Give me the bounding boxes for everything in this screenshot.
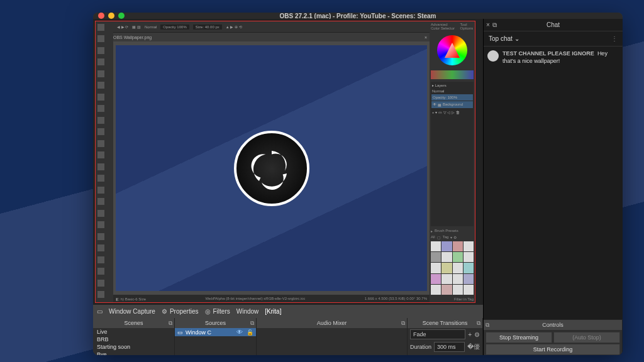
- window-select-value[interactable]: [Krita]: [265, 308, 281, 315]
- source-toolbar: ▭ Window Capture ⚙Properties ◎Filters Wi…: [93, 304, 483, 318]
- visibility-toggle-icon[interactable]: 👁: [236, 329, 243, 336]
- add-transition-button[interactable]: +: [468, 331, 472, 338]
- transition-select[interactable]: Fade: [410, 329, 465, 339]
- krita-toolbar: ◀ ▶ ⟳▦ ▨NormalOpacity 100%Size: 40.00 px…: [113, 21, 430, 33]
- popout-icon[interactable]: ⧉: [492, 21, 497, 29]
- close-dock-button[interactable]: ×: [486, 21, 490, 29]
- krita-layers: ▸ Layers Normal Opacity: 100% 👁▦Backgrou…: [431, 82, 474, 226]
- popout-icon[interactable]: ⧉: [169, 320, 172, 327]
- chat-title: Chat: [547, 21, 560, 28]
- scenes-panel: Scenes⧉ Live BRB Starting soon Bye + − �…: [93, 318, 175, 355]
- properties-button[interactable]: ⚙Properties: [162, 308, 199, 315]
- duration-input[interactable]: 300 ms: [434, 342, 465, 352]
- sources-panel: Sources⧉ ▭ Window C 👁 🔓 + − ⚙ ∧: [175, 318, 257, 355]
- preview-source[interactable]: ◀ ▶ ⟳▦ ▨NormalOpacity 100%Size: 40.00 px…: [95, 21, 475, 303]
- mixer-title: Audio Mixer: [317, 320, 347, 326]
- chat-message: TEST CHANNEL PLEASE IGNORE Hey that's a …: [487, 50, 619, 65]
- krita-document-tab: OBS Wallpaper.png×: [113, 33, 430, 41]
- stop-streaming-button[interactable]: Stop Streaming: [486, 332, 552, 343]
- popout-icon[interactable]: ⧉: [401, 320, 405, 327]
- lock-toggle-icon[interactable]: 🔓: [247, 329, 253, 336]
- chevron-down-icon: ⌄: [514, 35, 519, 42]
- filters-icon: ◎: [205, 308, 211, 315]
- filters-button[interactable]: ◎Filters: [205, 308, 230, 315]
- transition-properties-button[interactable]: ⚙: [474, 331, 480, 338]
- duration-stepper[interactable]: �優: [467, 343, 480, 351]
- color-wheel-icon: [437, 35, 467, 65]
- transitions-panel: Scene Transitions⧉ Fade + ⚙ Duration 300…: [408, 318, 483, 355]
- krita-brush-presets: [430, 240, 475, 296]
- scene-item[interactable]: Starting soon: [93, 343, 174, 351]
- chat-messages[interactable]: TEST CHANNEL PLEASE IGNORE Hey that's a …: [484, 47, 623, 319]
- titlebar: OBS 27.2.1 (mac) - Profile: YouTube - Sc…: [93, 13, 623, 19]
- window-title: OBS 27.2.1 (mac) - Profile: YouTube - Sc…: [93, 13, 623, 19]
- scenes-list[interactable]: Live BRB Starting soon Bye: [93, 328, 174, 355]
- krita-toolbox: [96, 21, 113, 302]
- chat-author: TEST CHANNEL PLEASE IGNORE: [502, 50, 594, 57]
- scene-item[interactable]: Bye: [93, 351, 174, 355]
- auto-stop-button[interactable]: (Auto Stop): [553, 332, 620, 343]
- avatar-icon: [487, 50, 499, 62]
- sources-title: Sources: [205, 320, 226, 326]
- window-icon: ▭: [97, 308, 103, 315]
- popout-icon[interactable]: ⧉: [250, 320, 254, 327]
- krita-right-dock: Advanced Color SelectorTool Options ▸ La…: [430, 21, 475, 302]
- chat-mode-select[interactable]: Top chat ⌄: [489, 35, 519, 42]
- transitions-title: Scene Transitions: [423, 320, 468, 326]
- selected-source-label: Window Capture: [109, 308, 155, 315]
- source-item-label: Window C: [186, 329, 211, 336]
- popout-icon[interactable]: ⧉: [477, 320, 480, 327]
- window-icon: ▭: [177, 329, 183, 336]
- chat-dock: ×⧉ Chat Top chat ⌄ ⋮ TEST CHANNEL PLEASE…: [483, 19, 623, 355]
- sources-list[interactable]: ▭ Window C 👁 🔓: [175, 328, 256, 355]
- obs-logo-icon: [234, 131, 309, 206]
- scene-item[interactable]: Live: [93, 328, 174, 336]
- obs-window: OBS 27.2.1 (mac) - Profile: YouTube - Sc…: [93, 13, 623, 355]
- source-item[interactable]: ▭ Window C 👁 🔓: [175, 328, 256, 336]
- start-recording-button[interactable]: Start Recording: [486, 344, 620, 355]
- window-select-label: Window: [236, 308, 259, 315]
- audio-mixer-panel: Audio Mixer⧉: [257, 318, 408, 355]
- controls-panel: Controls⧉ Stop Streaming (Auto Stop) Sta…: [484, 319, 623, 355]
- popout-icon[interactable]: ⧉: [486, 322, 489, 329]
- preview-area[interactable]: ◀ ▶ ⟳▦ ▨NormalOpacity 100%Size: 40.00 px…: [93, 19, 483, 304]
- krita-statusbar: ◧ h) Basic-6 Size WebPAlpha (8-bit integ…: [113, 295, 430, 302]
- scenes-title: Scenes: [124, 320, 143, 326]
- gear-icon: ⚙: [162, 308, 167, 315]
- chat-menu-button[interactable]: ⋮: [611, 35, 618, 42]
- scene-item[interactable]: BRB: [93, 336, 174, 343]
- krita-canvas: [116, 45, 427, 291]
- controls-title: Controls: [542, 322, 564, 328]
- duration-label: Duration: [410, 344, 431, 350]
